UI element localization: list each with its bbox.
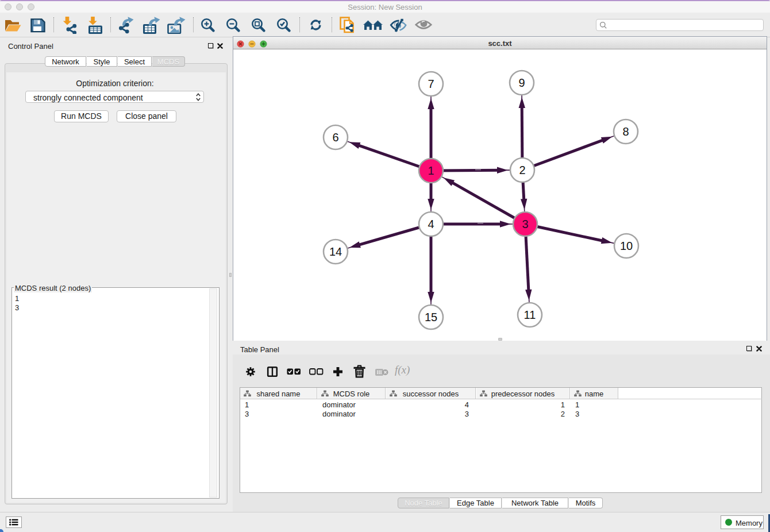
svg-text:9: 9 bbox=[518, 76, 525, 89]
svg-text:8: 8 bbox=[622, 125, 629, 138]
svg-text:11: 11 bbox=[524, 309, 536, 321]
svg-text:6: 6 bbox=[332, 131, 338, 144]
svg-text:10: 10 bbox=[620, 240, 633, 252]
svg-text:7: 7 bbox=[428, 78, 434, 90]
svg-text:14: 14 bbox=[329, 245, 342, 258]
svg-text:3: 3 bbox=[522, 218, 528, 230]
svg-text:15: 15 bbox=[425, 311, 437, 323]
svg-text:4: 4 bbox=[428, 218, 434, 230]
svg-text:1: 1 bbox=[428, 164, 434, 177]
svg-text:2: 2 bbox=[519, 164, 525, 176]
